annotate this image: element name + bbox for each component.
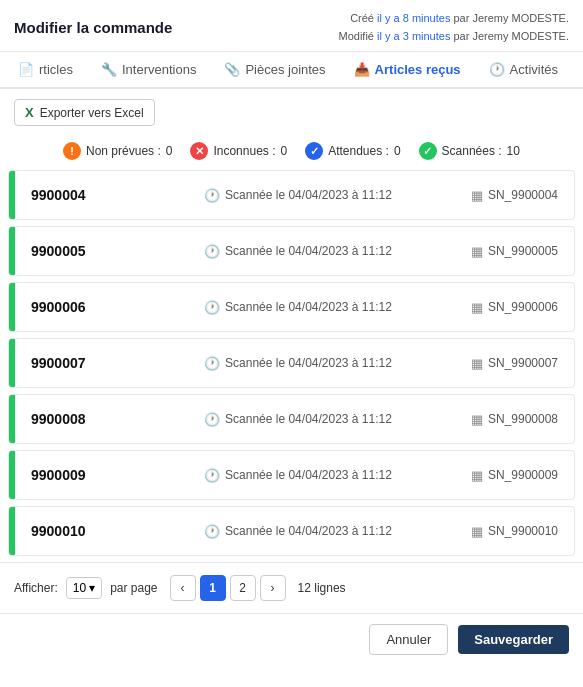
tab-articles[interactable]: 📄 rticles [4,52,87,89]
scan-info: 🕐 Scannée le 04/04/2023 à 11:12 [125,468,471,483]
badge-attendues: ✓ [305,142,323,160]
badge-inconnues: ✕ [190,142,208,160]
page-header: Modifier la commande Créé il y a 8 minut… [0,0,583,52]
pagination: Afficher: 10 ▾ par page ‹ 1 2 › 12 ligne… [0,562,583,613]
per-page-select[interactable]: 10 ▾ [66,577,102,599]
articles-icon: 📄 [18,62,34,77]
sn-value: SN_9900010 [488,524,558,538]
article-id: 9900007 [15,355,125,371]
modified-info: Modifié il y a 3 minutes par Jeremy MODE… [339,28,569,46]
save-button[interactable]: Sauvegarder [458,625,569,654]
next-page-button[interactable]: › [260,575,286,601]
created-info: Créé il y a 8 minutes par Jeremy MODESTE… [339,10,569,28]
serial-number: ▦ SN_9900005 [471,244,574,259]
table-row[interactable]: 9900010 🕐 Scannée le 04/04/2023 à 11:12 … [8,506,575,556]
page-navigation: ‹ 1 2 › [170,575,286,601]
cancel-button[interactable]: Annuler [369,624,448,655]
articles-list: 9900004 🕐 Scannée le 04/04/2023 à 11:12 … [0,170,583,556]
article-id: 9900006 [15,299,125,315]
badge-non-prevues: ! [63,142,81,160]
clock-icon: 🕐 [204,524,220,539]
chevron-down-icon: ▾ [89,581,95,595]
page-title: Modifier la commande [14,19,172,36]
barcode-icon: ▦ [471,244,483,259]
scan-info: 🕐 Scannée le 04/04/2023 à 11:12 [125,300,471,315]
article-id: 9900004 [15,187,125,203]
barcode-icon: ▦ [471,300,483,315]
serial-number: ▦ SN_9900010 [471,524,574,539]
scan-date: Scannée le 04/04/2023 à 11:12 [225,188,392,202]
pieces-jointes-icon: 📎 [224,62,240,77]
barcode-icon: ▦ [471,468,483,483]
tab-interventions[interactable]: 🔧 Interventions [87,52,210,89]
scan-info: 🕐 Scannée le 04/04/2023 à 11:12 [125,244,471,259]
article-id: 9900005 [15,243,125,259]
scan-info: 🕐 Scannée le 04/04/2023 à 11:12 [125,524,471,539]
barcode-icon: ▦ [471,524,483,539]
created-link[interactable]: il y a 8 minutes [377,12,450,24]
tab-activites[interactable]: 🕐 Activités [475,52,572,89]
table-row[interactable]: 9900004 🕐 Scannée le 04/04/2023 à 11:12 … [8,170,575,220]
export-excel-button[interactable]: X Exporter vers Excel [14,99,155,126]
interventions-icon: 🔧 [101,62,117,77]
sn-value: SN_9900006 [488,300,558,314]
table-row[interactable]: 9900008 🕐 Scannée le 04/04/2023 à 11:12 … [8,394,575,444]
sn-value: SN_9900007 [488,356,558,370]
articles-recus-icon: 📥 [354,62,370,77]
clock-icon: 🕐 [204,188,220,203]
article-id: 9900009 [15,467,125,483]
excel-icon: X [25,105,34,120]
clock-icon: 🕐 [204,412,220,427]
sn-value: SN_9900009 [488,468,558,482]
serial-number: ▦ SN_9900009 [471,468,574,483]
barcode-icon: ▦ [471,188,483,203]
table-row[interactable]: 9900009 🕐 Scannée le 04/04/2023 à 11:12 … [8,450,575,500]
serial-number: ▦ SN_9900008 [471,412,574,427]
page-2-button[interactable]: 2 [230,575,256,601]
barcode-icon: ▦ [471,356,483,371]
stat-scannees: ✓ Scannées : 10 [419,142,520,160]
page-1-button[interactable]: 1 [200,575,226,601]
clock-icon: 🕐 [204,356,220,371]
sn-value: SN_9900008 [488,412,558,426]
serial-number: ▦ SN_9900007 [471,356,574,371]
table-row[interactable]: 9900005 🕐 Scannée le 04/04/2023 à 11:12 … [8,226,575,276]
footer-actions: Annuler Sauvegarder [0,613,583,665]
stat-inconnues: ✕ Inconnues : 0 [190,142,287,160]
scan-date: Scannée le 04/04/2023 à 11:12 [225,300,392,314]
scan-date: Scannée le 04/04/2023 à 11:12 [225,468,392,482]
stat-attendues: ✓ Attendues : 0 [305,142,400,160]
scan-date: Scannée le 04/04/2023 à 11:12 [225,412,392,426]
activites-icon: 🕐 [489,62,505,77]
table-row[interactable]: 9900006 🕐 Scannée le 04/04/2023 à 11:12 … [8,282,575,332]
scan-info: 🕐 Scannée le 04/04/2023 à 11:12 [125,412,471,427]
scan-date: Scannée le 04/04/2023 à 11:12 [225,524,392,538]
barcode-icon: ▦ [471,412,483,427]
scan-info: 🕐 Scannée le 04/04/2023 à 11:12 [125,356,471,371]
clock-icon: 🕐 [204,244,220,259]
scan-date: Scannée le 04/04/2023 à 11:12 [225,356,392,370]
modified-link[interactable]: il y a 3 minutes [377,30,450,42]
stat-non-prevues: ! Non prévues : 0 [63,142,172,160]
tab-pieces-jointes[interactable]: 📎 Pièces jointes [210,52,339,89]
sn-value: SN_9900005 [488,244,558,258]
serial-number: ▦ SN_9900004 [471,188,574,203]
stats-bar: ! Non prévues : 0 ✕ Inconnues : 0 ✓ Atte… [0,136,583,170]
total-lines: 12 lignes [298,581,346,595]
tab-articles-recus[interactable]: 📥 Articles reçus [340,52,475,89]
toolbar: X Exporter vers Excel [0,89,583,136]
tabs-bar: 📄 rticles 🔧 Interventions 📎 Pièces joint… [0,52,583,89]
prev-page-button[interactable]: ‹ [170,575,196,601]
serial-number: ▦ SN_9900006 [471,300,574,315]
scan-info: 🕐 Scannée le 04/04/2023 à 11:12 [125,188,471,203]
badge-scannees: ✓ [419,142,437,160]
clock-icon: 🕐 [204,468,220,483]
pagination-show-label: Afficher: [14,581,58,595]
scan-date: Scannée le 04/04/2023 à 11:12 [225,244,392,258]
header-meta: Créé il y a 8 minutes par Jeremy MODESTE… [339,10,569,45]
sn-value: SN_9900004 [488,188,558,202]
table-row[interactable]: 9900007 🕐 Scannée le 04/04/2023 à 11:12 … [8,338,575,388]
clock-icon: 🕐 [204,300,220,315]
article-id: 9900010 [15,523,125,539]
per-page-label: par page [110,581,157,595]
